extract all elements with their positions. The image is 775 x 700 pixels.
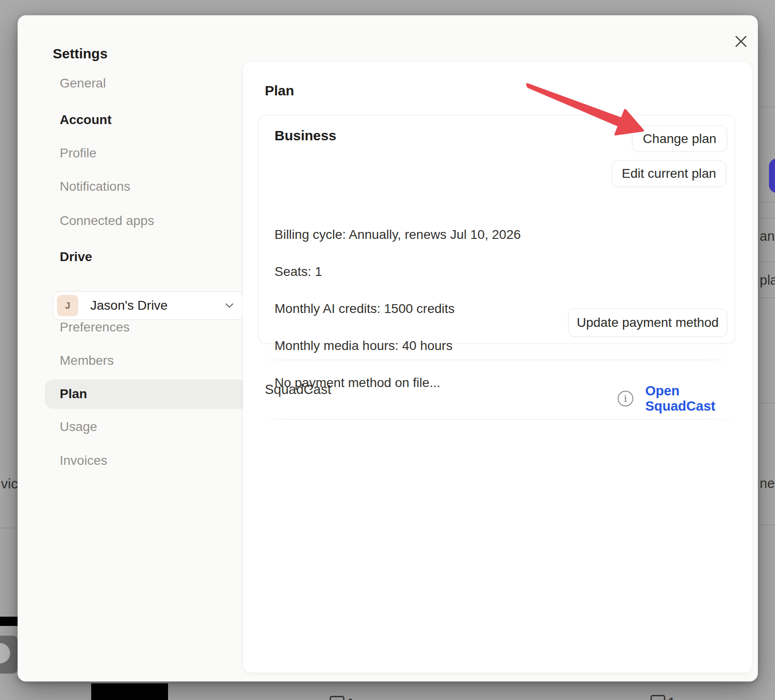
bg-video-strip <box>91 683 168 700</box>
drive-selector[interactable]: J Jason's Drive <box>53 291 244 320</box>
bg-divider <box>759 525 775 525</box>
bg-text-right-3: nee <box>760 476 775 491</box>
close-button[interactable] <box>728 28 754 54</box>
bg-divider <box>759 403 775 403</box>
billing-cycle-text: Billing cycle: Annually, renews Jul 10, … <box>275 227 521 242</box>
sidebar-item-plan[interactable]: Plan <box>45 380 251 409</box>
camera-count-badge: 1 <box>330 696 354 700</box>
page-title: Plan <box>265 83 294 99</box>
sidebar-item-members[interactable]: Members <box>42 353 232 368</box>
sidebar-item-profile[interactable]: Profile <box>42 146 232 161</box>
modal-title: Settings <box>53 46 107 62</box>
change-plan-button[interactable]: Change plan <box>632 125 727 152</box>
squadcast-label: SquadCast <box>265 382 331 397</box>
current-plan-card: Business Change plan Billing cycle: Annu… <box>258 115 735 344</box>
edit-current-plan-button[interactable]: Edit current plan <box>612 160 726 187</box>
bg-text-right-1: ansl <box>760 229 775 244</box>
bg-text-right-2: pla <box>760 273 775 288</box>
divider <box>258 360 736 360</box>
sidebar-section-drive: Drive <box>60 250 92 264</box>
bg-divider <box>758 106 775 107</box>
drive-avatar: J <box>57 295 78 316</box>
bg-text-left: vic <box>1 476 18 492</box>
sidebar-item-connected-apps[interactable]: Connected apps <box>42 213 232 228</box>
divider <box>258 419 736 419</box>
open-squadcast-link[interactable]: Open SquadCast <box>645 383 752 414</box>
camera-count-badge: 1 <box>650 695 675 700</box>
plan-panel: Plan Business Change plan Billing cycle:… <box>243 62 752 673</box>
close-icon <box>735 35 747 48</box>
settings-modal: Settings General Account Profile Notific… <box>18 15 758 681</box>
sidebar-item-invoices[interactable]: Invoices <box>42 453 232 468</box>
sidebar-item-notifications[interactable]: Notifications <box>42 179 232 194</box>
drive-selector-label: Jason's Drive <box>90 298 168 313</box>
info-icon[interactable]: i <box>618 391 633 406</box>
camera-icon <box>330 696 344 700</box>
sidebar-section-account: Account <box>60 112 112 127</box>
chevron-down-icon <box>225 303 233 308</box>
sidebar-item-general[interactable]: General <box>42 76 232 91</box>
plan-name: Business <box>275 128 336 144</box>
bg-video-thumbnail <box>0 636 18 674</box>
bg-avatar-circle <box>0 643 10 663</box>
bg-divider <box>0 528 18 528</box>
bg-primary-button <box>769 158 775 193</box>
sidebar-item-preferences[interactable]: Preferences <box>42 320 232 335</box>
screen: vic ansl pla nee 1 1 Settings General Ac… <box>0 0 775 700</box>
ai-credits-text: Monthly AI credits: 1500 credits <box>275 301 455 316</box>
sidebar-item-plan-label: Plan <box>60 387 87 401</box>
update-payment-method-button[interactable]: Update payment method <box>568 308 727 337</box>
bg-divider <box>759 218 775 219</box>
bg-divider <box>759 262 775 262</box>
seats-text: Seats: 1 <box>275 264 322 279</box>
bg-divider <box>759 298 775 298</box>
bg-divider <box>759 202 775 202</box>
media-hours-text: Monthly media hours: 40 hours <box>275 338 452 353</box>
camera-icon <box>650 695 665 700</box>
bg-video-bar <box>0 617 18 626</box>
sidebar-item-usage[interactable]: Usage <box>42 419 232 434</box>
